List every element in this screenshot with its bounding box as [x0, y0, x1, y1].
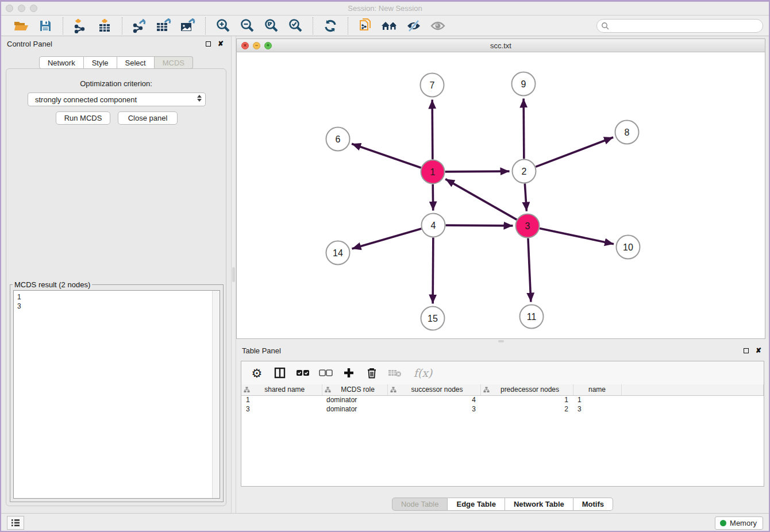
tab-motifs[interactable]: Motifs [573, 498, 613, 511]
edge-3-1[interactable] [445, 179, 517, 220]
import-table-button[interactable] [93, 17, 117, 35]
node-table-container: ⚙ [241, 361, 764, 487]
edge-1-7[interactable] [432, 99, 433, 159]
delete-column-button[interactable] [364, 365, 379, 380]
node-1[interactable]: 1 [421, 160, 445, 184]
zoom-in-button[interactable] [211, 17, 235, 35]
node-4[interactable]: 4 [422, 214, 445, 237]
table-cell[interactable]: dominator [322, 395, 387, 404]
column-type-icon [325, 387, 331, 393]
zoom-out-button[interactable] [235, 17, 259, 35]
splitter-grip[interactable] [498, 340, 504, 342]
splitter-grip[interactable] [232, 267, 235, 282]
column-header-MCDS-role[interactable]: MCDS role [322, 384, 387, 395]
save-session-button[interactable] [33, 17, 57, 35]
tab-style[interactable]: Style [84, 56, 117, 69]
apply-layout-button[interactable] [378, 17, 402, 35]
mcds-result-text[interactable]: 1 3 [13, 290, 220, 499]
edge-1-6[interactable] [352, 144, 421, 168]
edge-4-15[interactable] [433, 237, 433, 303]
tab-edge-table[interactable]: Edge Table [448, 498, 505, 511]
delete-table-button[interactable] [387, 365, 402, 380]
node-8[interactable]: 8 [615, 121, 639, 144]
table-cell[interactable]: dominator [322, 404, 387, 414]
node-2[interactable]: 2 [513, 160, 536, 183]
float-panel-icon[interactable] [203, 39, 213, 48]
edge-4-14[interactable] [352, 229, 421, 249]
edge-2-3[interactable] [525, 183, 526, 211]
edge-3-11[interactable] [528, 238, 531, 302]
export-network-button[interactable] [128, 17, 152, 35]
control-panel-title: Control Panel [7, 40, 52, 48]
zoom-in-icon [215, 18, 230, 33]
close-panel-button[interactable]: Close panel [118, 111, 178, 125]
node-7[interactable]: 7 [421, 74, 444, 97]
table-cell[interactable]: 1 [241, 395, 322, 404]
tab-select[interactable]: Select [117, 56, 155, 69]
float-panel-icon[interactable] [741, 346, 750, 355]
column-header-name[interactable]: name [573, 384, 621, 395]
new-network-from-selection-button[interactable] [353, 17, 378, 35]
table-cell[interactable]: 3 [573, 404, 621, 414]
open-session-button[interactable] [9, 17, 33, 35]
node-label: 6 [336, 134, 341, 144]
column-header-shared-name[interactable]: shared name [241, 384, 322, 395]
tab-network-table[interactable]: Network Table [505, 498, 573, 511]
edge-1-2[interactable] [445, 171, 509, 172]
node-3[interactable]: 3 [516, 214, 540, 238]
node-11[interactable]: 11 [520, 305, 544, 329]
select-all-button[interactable] [295, 365, 310, 380]
table-cell[interactable]: 2 [480, 404, 573, 414]
import-network-button[interactable] [68, 17, 93, 35]
node-label: 9 [521, 79, 526, 89]
column-header-successor-nodes[interactable]: successor nodes [387, 384, 480, 395]
table-panel: Table Panel ✘ ⚙ [236, 344, 769, 513]
node-9[interactable]: 9 [512, 72, 536, 96]
show-all-button[interactable] [426, 17, 450, 35]
export-table-button[interactable] [152, 17, 176, 35]
add-column-button[interactable] [341, 365, 356, 380]
hide-selected-button[interactable] [402, 17, 426, 35]
table-cell[interactable]: 3 [387, 404, 480, 414]
column-header-predecessor-nodes[interactable]: predecessor nodes [480, 384, 573, 395]
deselect-all-button[interactable] [318, 365, 333, 380]
node-10[interactable]: 10 [617, 236, 640, 259]
zoom-selected-button[interactable] [283, 17, 307, 35]
close-panel-icon[interactable]: ✘ [216, 39, 225, 48]
table-cell[interactable]: 3 [241, 404, 322, 414]
node-15[interactable]: 15 [421, 307, 445, 330]
edge-2-9[interactable] [523, 98, 524, 159]
network-canvas[interactable]: 7968124314101511 [237, 52, 765, 338]
table-cell[interactable]: 1 [573, 395, 621, 404]
optimization-criterion-select[interactable]: strongly connected component [28, 92, 206, 106]
node-14[interactable]: 14 [326, 241, 350, 265]
edge-4-3[interactable] [445, 225, 513, 226]
column-type-icon [244, 387, 250, 393]
apply-function-button[interactable]: f(x) [410, 365, 436, 380]
edge-2-8[interactable] [536, 137, 613, 167]
new-network-from-selection-icon [358, 18, 373, 34]
horizontal-splitter[interactable] [236, 339, 769, 344]
toolbar-separator [313, 17, 313, 34]
table-options-button[interactable]: ⚙ [249, 365, 264, 380]
tab-network[interactable]: Network [39, 56, 84, 69]
zoom-fit-button[interactable] [259, 17, 283, 35]
split-view-button[interactable] [272, 365, 287, 380]
workspace: × − + scc.txt 7968124314101511 Table Pan… [236, 36, 769, 513]
search-input[interactable] [596, 19, 763, 33]
close-panel-icon[interactable]: ✘ [754, 346, 763, 355]
list-icon [11, 519, 20, 527]
tab-node-table[interactable]: Node Table [392, 498, 448, 511]
refresh-layout-button[interactable] [318, 17, 342, 35]
table-cell[interactable]: 1 [480, 395, 573, 404]
memory-button[interactable]: Memory [715, 516, 763, 530]
table-cell[interactable]: 4 [387, 395, 480, 404]
task-history-button[interactable] [7, 516, 24, 530]
edge-3-10[interactable] [540, 228, 614, 244]
vertical-splitter[interactable] [231, 36, 236, 513]
run-mcds-button[interactable]: Run MCDS [56, 111, 110, 125]
node-6[interactable]: 6 [326, 128, 350, 151]
export-image-button[interactable] [176, 17, 200, 35]
tab-mcds[interactable]: MCDS [155, 56, 193, 69]
mcds-result-scrollbar[interactable] [212, 291, 220, 498]
